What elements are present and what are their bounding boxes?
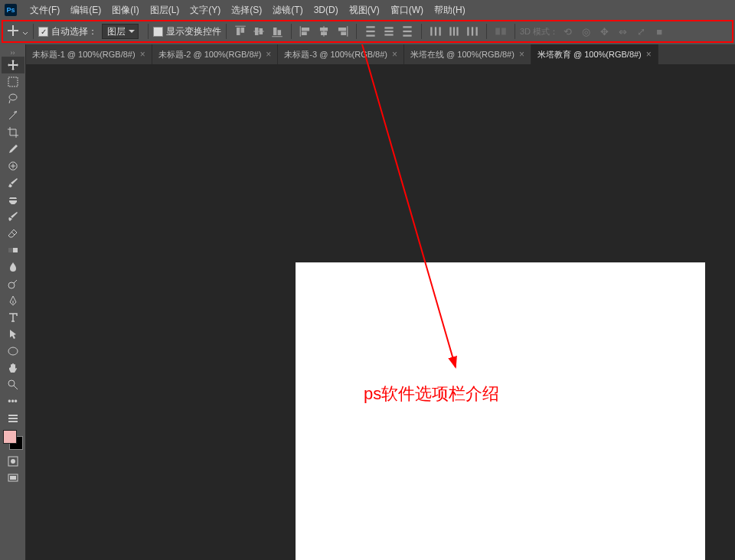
align-hcenter-icon[interactable] <box>317 24 331 38</box>
menu-layer[interactable]: 图层(L) <box>145 0 185 20</box>
menu-type[interactable]: 文字(Y) <box>185 0 226 20</box>
move-tool-icon[interactable] <box>8 25 20 37</box>
magic-wand-tool[interactable] <box>2 107 24 124</box>
svg-rect-10 <box>435 27 436 35</box>
menu-bar: Ps 文件(F) 编辑(E) 图像(I) 图层(L) 文字(Y) 选择(S) 滤… <box>0 0 735 20</box>
tab-label: 米塔教育 @ 100%(RGB/8#) <box>537 49 642 60</box>
separator <box>226 24 227 39</box>
svg-rect-4 <box>384 31 393 32</box>
menu-file[interactable]: 文件(F) <box>24 0 65 20</box>
menu-select[interactable]: 选择(S) <box>226 0 267 20</box>
toolbox: ›› ••• <box>0 44 26 560</box>
document-tabs: 未标题-1 @ 100%(RGB/8#)× 未标题-2 @ 100%(RGB/8… <box>26 44 735 64</box>
quick-mask-tool[interactable] <box>2 453 24 470</box>
foreground-swatch[interactable] <box>3 430 17 444</box>
eyedropper-tool[interactable] <box>2 141 24 158</box>
mode-3d-label: 3D 模式： <box>520 26 558 37</box>
show-transform-checkbox[interactable] <box>153 27 163 37</box>
svg-rect-0 <box>366 26 374 28</box>
shape-tool[interactable] <box>2 343 24 360</box>
distribute-top-icon[interactable] <box>364 24 377 38</box>
eraser-tool[interactable] <box>2 225 24 242</box>
spot-heal-tool[interactable] <box>2 158 24 174</box>
hand-tool[interactable] <box>2 360 24 376</box>
tab-label: 米塔在线 @ 100%(RGB/8#) <box>410 49 514 60</box>
brush-tool[interactable] <box>2 174 24 191</box>
close-icon[interactable]: × <box>392 49 397 60</box>
svg-rect-3 <box>384 27 393 28</box>
svg-rect-8 <box>403 35 411 37</box>
toolbox-grip-icon[interactable]: ›› <box>0 49 25 57</box>
align-vcenter-icon[interactable] <box>252 24 266 38</box>
tab-doc-1[interactable]: 未标题-1 @ 100%(RGB/8#)× <box>26 44 152 64</box>
clone-stamp-tool[interactable] <box>2 191 24 208</box>
show-transform-label: 显示变换控件 <box>166 25 221 38</box>
menu-filter[interactable]: 滤镜(T) <box>267 0 308 20</box>
chevron-down-icon[interactable] <box>22 28 28 34</box>
separator <box>421 24 422 39</box>
svg-rect-7 <box>403 31 411 32</box>
tab-doc-4[interactable]: 米塔在线 @ 100%(RGB/8#)× <box>404 44 531 64</box>
distribute-hcenter-icon[interactable] <box>447 24 461 38</box>
3d-slide-icon: ⇔ <box>616 24 629 38</box>
color-swatches[interactable] <box>3 430 23 450</box>
svg-rect-32 <box>10 476 16 480</box>
align-bottom-icon[interactable] <box>270 24 284 38</box>
annotation-text: ps软件选项栏介绍 <box>364 383 499 405</box>
svg-rect-6 <box>403 26 411 28</box>
text-tool[interactable] <box>2 309 24 326</box>
close-icon[interactable]: × <box>519 49 524 60</box>
blur-tool[interactable] <box>2 259 24 275</box>
distribute-bottom-icon[interactable] <box>400 24 414 38</box>
distribute-left-icon[interactable] <box>429 24 443 38</box>
svg-rect-27 <box>8 418 18 419</box>
more-tools-icon[interactable]: ••• <box>0 396 25 407</box>
canvas[interactable] <box>296 262 705 560</box>
menu-3d[interactable]: 3D(D) <box>309 0 344 20</box>
separator <box>33 24 34 39</box>
menu-image[interactable]: 图像(I) <box>106 0 144 20</box>
separator <box>514 24 515 39</box>
zoom-tool[interactable] <box>2 376 24 393</box>
separator <box>356 24 357 39</box>
close-icon[interactable]: × <box>140 49 145 60</box>
svg-rect-14 <box>456 27 458 35</box>
screen-mode-tool[interactable] <box>2 470 24 487</box>
pen-tool[interactable] <box>2 292 24 309</box>
path-select-tool[interactable] <box>2 326 24 343</box>
distribute-right-icon[interactable] <box>466 24 479 38</box>
auto-select-checkbox[interactable] <box>38 27 48 37</box>
3d-scale-icon: ⤢ <box>634 24 648 38</box>
distribute-vcenter-icon[interactable] <box>382 24 396 38</box>
tab-doc-5[interactable]: 米塔教育 @ 100%(RGB/8#)× <box>531 44 658 64</box>
close-icon[interactable]: × <box>646 49 652 60</box>
svg-rect-11 <box>439 27 441 35</box>
svg-rect-26 <box>8 415 18 416</box>
align-right-icon[interactable] <box>335 24 349 38</box>
edit-toolbar-tool[interactable] <box>2 410 24 427</box>
dodge-tool[interactable] <box>2 275 24 292</box>
history-brush-tool[interactable] <box>2 208 24 225</box>
move-tool[interactable] <box>2 57 24 73</box>
menu-window[interactable]: 窗口(W) <box>385 0 429 20</box>
tab-label: 未标题-2 @ 100%(RGB/8#) <box>158 49 262 60</box>
lasso-tool[interactable] <box>2 90 24 107</box>
3d-pan-icon: ✥ <box>597 24 611 38</box>
svg-point-24 <box>8 347 18 355</box>
tab-doc-2[interactable]: 未标题-2 @ 100%(RGB/8#)× <box>152 44 279 64</box>
menu-view[interactable]: 视图(V) <box>344 0 385 20</box>
align-top-icon[interactable] <box>234 24 247 38</box>
align-left-icon[interactable] <box>299 24 312 38</box>
tab-doc-3[interactable]: 未标题-3 @ 100%(RGB/8#)× <box>278 44 404 64</box>
svg-rect-20 <box>8 77 18 86</box>
marquee-tool[interactable] <box>2 73 24 90</box>
gradient-tool[interactable] <box>2 242 24 259</box>
menu-edit[interactable]: 编辑(E) <box>65 0 106 20</box>
layer-dropdown[interactable]: 图层 <box>102 24 139 39</box>
ps-logo-icon: Ps <box>5 4 17 16</box>
svg-rect-5 <box>384 34 393 35</box>
close-icon[interactable]: × <box>266 49 271 60</box>
3d-camera-icon: ■ <box>652 24 666 38</box>
crop-tool[interactable] <box>2 124 24 141</box>
menu-help[interactable]: 帮助(H) <box>429 0 471 20</box>
